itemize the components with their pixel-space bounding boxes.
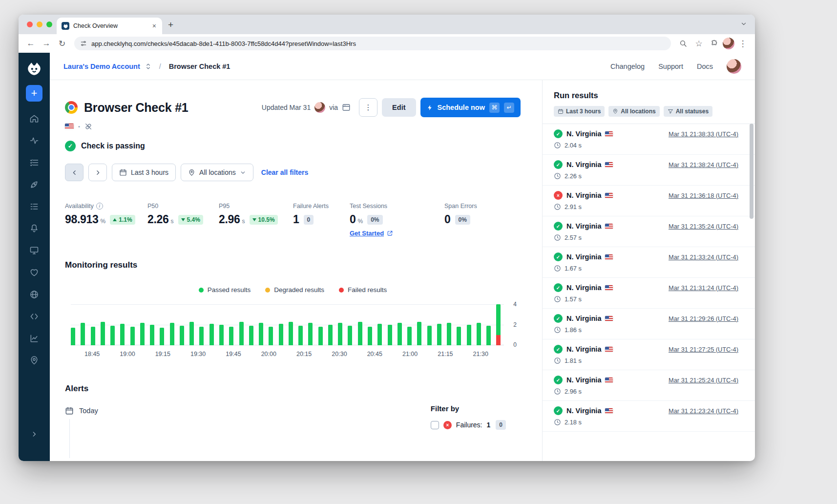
chart-bar[interactable] xyxy=(160,328,164,345)
site-settings-icon[interactable] xyxy=(80,40,87,47)
run-timestamp-link[interactable]: Mar 31 21:38:33 (UTC-4) xyxy=(669,130,738,138)
chart-bar[interactable] xyxy=(496,304,501,345)
changelog-link[interactable]: Changelog xyxy=(610,63,645,70)
run-timestamp-link[interactable]: Mar 31 21:36:18 (UTC-4) xyxy=(669,192,738,199)
user-avatar[interactable] xyxy=(727,59,741,74)
queue-icon[interactable] xyxy=(19,195,50,217)
chart-bar[interactable] xyxy=(150,325,154,345)
reload-button[interactable]: ↻ xyxy=(55,36,69,51)
scrollbar-thumb[interactable] xyxy=(750,124,753,219)
run-timestamp-link[interactable]: Mar 31 21:31:24 (UTC-4) xyxy=(669,284,738,292)
more-actions-button[interactable]: ⋮ xyxy=(359,98,377,117)
checks-list-icon[interactable] xyxy=(19,151,50,173)
chart-bar[interactable] xyxy=(407,327,412,345)
chart-bar[interactable] xyxy=(81,323,85,345)
docs-link[interactable]: Docs xyxy=(697,63,713,70)
chart-bar[interactable] xyxy=(437,324,441,345)
chart-bar[interactable] xyxy=(368,327,372,345)
chart-bar[interactable] xyxy=(91,327,95,345)
chart-bar[interactable] xyxy=(130,327,135,345)
previous-period-button[interactable] xyxy=(65,164,84,181)
run-result-row[interactable]: ×N. VirginiaMar 31 21:36:18 (UTC-4)2.91 … xyxy=(543,186,755,216)
chart-bar[interactable] xyxy=(338,323,342,345)
expand-sidebar-button[interactable] xyxy=(31,431,38,438)
chart-bar[interactable] xyxy=(467,325,471,345)
run-timestamp-link[interactable]: Mar 31 21:27:25 (UTC-4) xyxy=(669,346,738,353)
chart-bar[interactable] xyxy=(388,325,392,345)
chart-bar[interactable] xyxy=(348,326,352,345)
chart-bar[interactable] xyxy=(486,326,491,345)
failures-checkbox[interactable] xyxy=(431,421,439,429)
run-result-row[interactable]: ✓N. VirginiaMar 31 21:33:24 (UTC-4)1.67 … xyxy=(543,247,755,278)
chart-bar[interactable] xyxy=(318,327,323,345)
zoom-window-button[interactable] xyxy=(46,21,52,27)
extensions-icon[interactable] xyxy=(707,36,722,51)
get-started-link[interactable]: Get Started xyxy=(350,230,444,237)
chart-bar[interactable] xyxy=(289,322,293,345)
updated-by-avatar[interactable] xyxy=(314,102,325,113)
info-icon[interactable]: i xyxy=(96,203,103,210)
edit-button[interactable]: Edit xyxy=(382,98,416,117)
run-timestamp-link[interactable]: Mar 31 21:35:24 (UTC-4) xyxy=(669,223,738,230)
chart-bar[interactable] xyxy=(229,327,233,345)
home-icon[interactable] xyxy=(19,107,50,129)
chart-bar[interactable] xyxy=(417,322,421,345)
locations-filter[interactable]: All locations xyxy=(181,164,253,181)
close-window-button[interactable] xyxy=(27,21,33,27)
chart-bar[interactable] xyxy=(140,323,145,345)
chart-bar[interactable] xyxy=(298,326,303,345)
chart-bar[interactable] xyxy=(259,323,263,345)
run-result-row[interactable]: ✓N. VirginiaMar 31 21:38:33 (UTC-4)2.04 … xyxy=(543,124,755,155)
chart-bar[interactable] xyxy=(269,327,273,345)
chart-bar[interactable] xyxy=(358,322,362,345)
chart-bar[interactable] xyxy=(328,325,333,345)
account-switcher[interactable]: Laura's Demo Account xyxy=(63,63,140,70)
chart-bar[interactable] xyxy=(427,326,432,345)
browser-menu-icon[interactable]: ⋮ xyxy=(735,36,750,51)
minimize-window-button[interactable] xyxy=(37,21,42,27)
run-timestamp-link[interactable]: Mar 31 21:29:26 (UTC-4) xyxy=(669,315,738,322)
run-result-row[interactable]: ✓N. VirginiaMar 31 21:35:24 (UTC-4)2.57 … xyxy=(543,216,755,247)
chart-bar[interactable] xyxy=(279,324,283,345)
browser-profile-avatar[interactable] xyxy=(723,38,734,49)
heartbeats-icon[interactable] xyxy=(19,261,50,283)
chart-bar[interactable] xyxy=(71,328,75,345)
chart-bar[interactable] xyxy=(189,322,194,345)
tab-close-icon[interactable]: × xyxy=(151,22,157,30)
chart-bar[interactable] xyxy=(199,327,204,345)
browser-tab[interactable]: Check Overview × xyxy=(57,18,162,34)
run-timestamp-link[interactable]: Mar 31 21:38:24 (UTC-4) xyxy=(669,161,738,168)
alerts-bell-icon[interactable] xyxy=(19,217,50,239)
chart-bar[interactable] xyxy=(209,324,214,345)
url-text[interactable]: app.checklyhq.com/checks/e45dacab-8de1-4… xyxy=(91,40,356,47)
next-period-button[interactable] xyxy=(88,164,107,181)
chart-bar[interactable] xyxy=(457,327,461,345)
run-result-row[interactable]: ✓N. VirginiaMar 31 21:27:25 (UTC-4)1.81 … xyxy=(543,339,755,370)
cli-code-icon[interactable] xyxy=(19,305,50,327)
support-link[interactable]: Support xyxy=(658,63,683,70)
checkly-logo[interactable] xyxy=(26,61,42,77)
zoom-page-icon[interactable] xyxy=(676,36,691,51)
create-new-button[interactable]: + xyxy=(26,85,42,102)
run-timestamp-link[interactable]: Mar 31 21:23:24 (UTC-4) xyxy=(669,407,738,415)
forward-button[interactable]: → xyxy=(39,36,54,51)
chart-bar[interactable] xyxy=(120,324,125,345)
chart-bar[interactable] xyxy=(477,323,481,345)
activity-icon[interactable] xyxy=(19,129,50,151)
monitors-icon[interactable] xyxy=(19,239,50,261)
chart-bar[interactable] xyxy=(398,323,402,345)
chart-bar[interactable] xyxy=(447,323,451,345)
account-selector-chevrons-icon[interactable] xyxy=(145,63,151,70)
schedule-now-button[interactable]: Schedule now ⌘ ↵ xyxy=(420,98,521,117)
dashboards-chart-icon[interactable] xyxy=(19,327,50,349)
run-result-row[interactable]: ✓N. VirginiaMar 31 21:31:24 (UTC-4)1.57 … xyxy=(543,278,755,309)
tab-search-chevron-icon[interactable] xyxy=(740,21,747,27)
bookmark-star-icon[interactable]: ☆ xyxy=(691,36,706,51)
new-tab-button[interactable]: + xyxy=(168,20,173,30)
chart-bar[interactable] xyxy=(101,322,105,345)
chart-bar[interactable] xyxy=(377,324,382,345)
clear-all-filters-link[interactable]: Clear all filters xyxy=(261,168,309,176)
chart-bar[interactable] xyxy=(308,323,313,345)
back-button[interactable]: ← xyxy=(23,36,38,51)
chart-bar[interactable] xyxy=(239,322,244,345)
